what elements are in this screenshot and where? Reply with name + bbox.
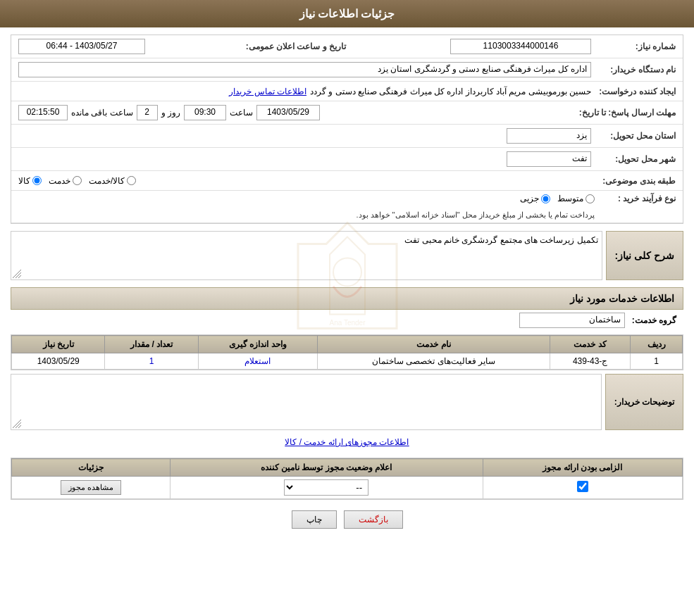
delivery-province-value: یزد <box>507 128 591 144</box>
purchase-type-radio-jozi: جزیی <box>520 194 550 203</box>
perm-col-details: جزئیات <box>12 459 171 477</box>
cell-status: -- <box>170 477 483 499</box>
need-description-section: شرح کلی نیاز: تکمیل زیرساخت های مجتمع گر… <box>11 231 683 280</box>
services-section-header: اطلاعات خدمات مورد نیاز <box>11 287 683 310</box>
need-description-value: تکمیل زیرساخت های مجتمع گردشگری خانم محب… <box>404 235 597 245</box>
table-row: -- مشاهده مجوز <box>12 477 683 499</box>
purchase-type-radio-motawaset-label: متوسط <box>557 194 583 203</box>
buyer-org-row: نام دستگاه خریدار: اداره کل میراث فرهنگی… <box>11 58 683 82</box>
subject-row: طبقه بندی موضوعی: کالا/خدمت خدمت کالا <box>11 171 683 191</box>
col-header-service-code: کد خدمت <box>550 336 631 353</box>
buyer-org-label: نام دستگاه خریدار: <box>595 65 679 75</box>
subject-radio-khadamat: خدمت <box>49 176 82 186</box>
resize-handle-notes-icon <box>13 420 21 428</box>
col-header-need-date: تاریخ نیاز <box>12 336 105 353</box>
delivery-province-label: استان محل تحویل: <box>595 131 679 141</box>
table-row: 1 ج-43-439 سایر فعالیت‌های تخصصی ساختمان… <box>12 353 683 370</box>
subject-radio-kala-label: کالا <box>18 176 30 186</box>
need-number-value: 1103003344000146 <box>450 39 591 54</box>
response-deadline-label: مهلت ارسال پاسخ: تا تاریخ: <box>579 108 679 118</box>
cell-row-num: 1 <box>631 353 683 370</box>
cell-required <box>483 477 682 499</box>
group-service-label: گروه خدمت: <box>632 315 676 325</box>
need-number-label: شماره نیاز: <box>595 42 679 51</box>
response-time-label: ساعت <box>230 108 253 118</box>
permissions-table: الزامی بودن ارائه مجوز اعلام وضعیت مجوز … <box>11 458 683 499</box>
perm-col-required: الزامی بودن ارائه مجوز <box>483 459 682 477</box>
col-header-unit: واحد اندازه گیری <box>198 336 318 353</box>
status-select[interactable]: -- <box>284 479 368 496</box>
response-days-label: روز و <box>161 108 180 118</box>
response-time-value: 09:30 <box>184 105 226 120</box>
subject-radio-kala-khadamat: کالا/خدمت <box>89 176 136 186</box>
response-remaining-value: 02:15:50 <box>18 105 68 120</box>
subject-label: طبقه بندی موضوعی: <box>595 176 679 186</box>
resize-handle-icon <box>13 270 21 278</box>
delivery-city-row: شهر محل تحویل: تفت <box>11 148 683 171</box>
response-deadline-row: مهلت ارسال پاسخ: تا تاریخ: 02:15:50 ساعت… <box>11 101 683 125</box>
cell-service-code: ج-43-439 <box>550 353 631 370</box>
buyer-org-value: اداره کل میراث فرهنگی صنایع دستی و گردشگ… <box>18 62 591 77</box>
services-section-title: اطلاعات خدمات مورد نیاز <box>570 293 674 304</box>
purchase-note: پرداخت تمام یا بخشی از مبلغ خریداز محل "… <box>356 210 595 220</box>
subject-radio-kala-input[interactable] <box>32 176 42 185</box>
creator-label: ایجاد کننده درخواست: <box>595 87 679 96</box>
buyer-notes-box[interactable] <box>11 374 602 430</box>
buyer-notes-section: توضیحات خریدار: <box>11 374 683 430</box>
view-permit-button[interactable]: مشاهده مجوز <box>61 480 121 495</box>
permissions-info-link-row: اطلاعات مجوزهای ارائه خدمت / کالا <box>11 434 683 451</box>
subject-radio-khadamat-label: خدمت <box>49 176 70 186</box>
group-service-row: گروه خدمت: ساختمان <box>11 310 683 331</box>
col-header-service-name: نام خدمت <box>318 336 550 353</box>
permissions-info-link[interactable]: اطلاعات مجوزهای ارائه خدمت / کالا <box>285 437 409 447</box>
purchase-type-radio-motawaset-input[interactable] <box>585 194 595 203</box>
creator-value: حسین بورموبیشی مریم آباد کاربرداز اداره … <box>310 87 591 96</box>
response-remaining-label: ساعت باقی مانده <box>71 108 133 118</box>
creator-contact-link[interactable]: اطلاعات تماس خریدار <box>229 87 306 96</box>
purchase-type-label: نوع فرآیند خرید : <box>595 194 679 203</box>
creator-row: ایجاد کننده درخواست: حسین بورموبیشی مریم… <box>11 82 683 101</box>
cell-details: مشاهده مجوز <box>12 477 171 499</box>
purchase-type-row: نوع فرآیند خرید : متوسط جزیی پرداخت تمام… <box>11 191 683 223</box>
delivery-city-value: تفت <box>507 151 591 167</box>
main-form: شماره نیاز: 1103003344000146 تاریخ و ساع… <box>11 34 683 224</box>
need-description-box: تکمیل زیرساخت های مجتمع گردشگری خانم محب… <box>11 231 602 280</box>
perm-col-status: اعلام وضعیت مجوز توسط نامین کننده <box>170 459 483 477</box>
response-days-value: 2 <box>137 105 158 120</box>
need-number-row: شماره نیاز: 1103003344000146 تاریخ و ساع… <box>11 35 683 58</box>
services-table: ردیف کد خدمت نام خدمت واحد اندازه گیری ت… <box>11 335 683 370</box>
services-table-container: ردیف کد خدمت نام خدمت واحد اندازه گیری ت… <box>11 334 683 370</box>
need-description-label: شرح کلی نیاز: <box>615 250 674 261</box>
required-checkbox[interactable] <box>577 481 588 492</box>
action-buttons-row: بازگشت چاپ <box>11 510 683 529</box>
delivery-city-label: شهر محل تحویل: <box>595 154 679 164</box>
permissions-table-container: الزامی بودن ارائه مجوز اعلام وضعیت مجوز … <box>11 458 683 500</box>
subject-radio-khadamat-input[interactable] <box>73 176 82 185</box>
cell-unit: استعلام <box>198 353 318 370</box>
back-button[interactable]: بازگشت <box>344 510 403 529</box>
cell-service-name: سایر فعالیت‌های تخصصی ساختمان <box>318 353 550 370</box>
col-header-quantity: تعداد / مقدار <box>105 336 198 353</box>
subject-radio-kala-khadamat-input[interactable] <box>127 176 136 185</box>
purchase-type-radio-jozi-label: جزیی <box>520 194 539 203</box>
subject-radio-kala-khadamat-label: کالا/خدمت <box>89 176 125 186</box>
page-header: جزئیات اطلاعات نیاز <box>0 0 694 27</box>
col-header-row-num: ردیف <box>631 336 683 353</box>
subject-radio-kala: کالا <box>18 176 42 186</box>
announcement-datetime-label: تاریخ و ساعت اعلان عمومی: <box>246 42 349 51</box>
print-button[interactable]: چاپ <box>292 510 337 529</box>
cell-need-date: 1403/05/29 <box>12 353 105 370</box>
purchase-type-radio-jozi-input[interactable] <box>541 194 550 203</box>
response-date-value: 1403/05/29 <box>256 105 320 120</box>
purchase-type-radio-motawaset: متوسط <box>557 194 595 203</box>
cell-quantity: 1 <box>105 353 198 370</box>
page-title: جزئیات اطلاعات نیاز <box>299 8 395 20</box>
buyer-notes-label: توضیحات خریدار: <box>614 397 674 407</box>
delivery-province-row: استان محل تحویل: یزد <box>11 125 683 148</box>
group-service-value: ساختمان <box>519 313 625 328</box>
announcement-datetime-value: 1403/05/27 - 06:44 <box>18 39 145 54</box>
